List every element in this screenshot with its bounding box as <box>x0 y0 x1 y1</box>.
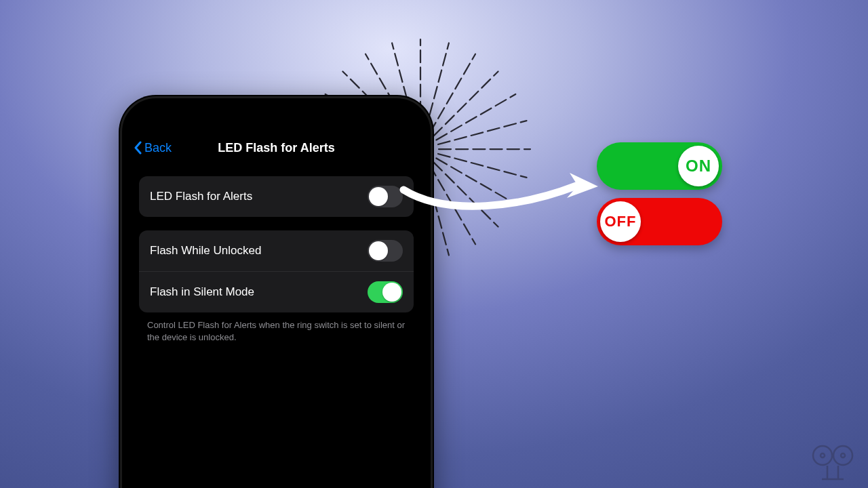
back-button[interactable]: Back <box>134 141 172 155</box>
row-label: Flash While Unlocked <box>150 244 261 258</box>
svg-line-4 <box>436 94 515 140</box>
nav-bar: Back LED Flash for Alerts <box>128 133 425 163</box>
svg-marker-24 <box>567 173 598 198</box>
row-flash-in-silent-mode: Flash in Silent Mode <box>139 271 414 312</box>
toggle-flash-in-silent-mode[interactable] <box>368 281 403 303</box>
page-title: LED Flash for Alerts <box>128 141 425 155</box>
svg-line-9 <box>433 162 498 226</box>
watermark-robot-icon <box>807 442 861 483</box>
toggle-led-flash-for-alerts[interactable] <box>368 186 403 207</box>
svg-line-10 <box>430 165 476 244</box>
svg-line-3 <box>433 71 498 136</box>
on-label: ON <box>686 157 711 176</box>
svg-point-27 <box>821 453 825 458</box>
svg-line-2 <box>430 54 476 134</box>
row-label: LED Flash for Alerts <box>150 190 252 203</box>
back-label: Back <box>144 141 172 155</box>
illustration-toggle-on: ON <box>597 142 722 190</box>
row-led-flash-for-alerts: LED Flash for Alerts <box>139 176 414 217</box>
settings-footnote: Control LED Flash for Alerts when the ri… <box>128 312 425 343</box>
phone-frame: Back LED Flash for Alerts LED Flash for … <box>119 95 434 488</box>
svg-point-28 <box>841 453 845 458</box>
phone-screen: Back LED Flash for Alerts LED Flash for … <box>128 104 425 488</box>
toggle-flash-while-unlocked[interactable] <box>368 240 403 262</box>
svg-point-25 <box>813 446 832 465</box>
svg-point-26 <box>833 446 852 465</box>
row-flash-while-unlocked: Flash While Unlocked <box>139 230 414 271</box>
svg-line-8 <box>436 159 515 205</box>
chevron-left-icon <box>134 141 142 155</box>
illustration-toggle-off: OFF <box>597 198 722 245</box>
settings-group-main: LED Flash for Alerts <box>139 176 414 217</box>
svg-line-5 <box>438 121 526 144</box>
row-label: Flash in Silent Mode <box>150 285 254 299</box>
settings-group-sub: Flash While Unlocked Flash in Silent Mod… <box>139 230 414 312</box>
svg-line-7 <box>438 154 526 178</box>
off-label: OFF <box>605 213 637 230</box>
